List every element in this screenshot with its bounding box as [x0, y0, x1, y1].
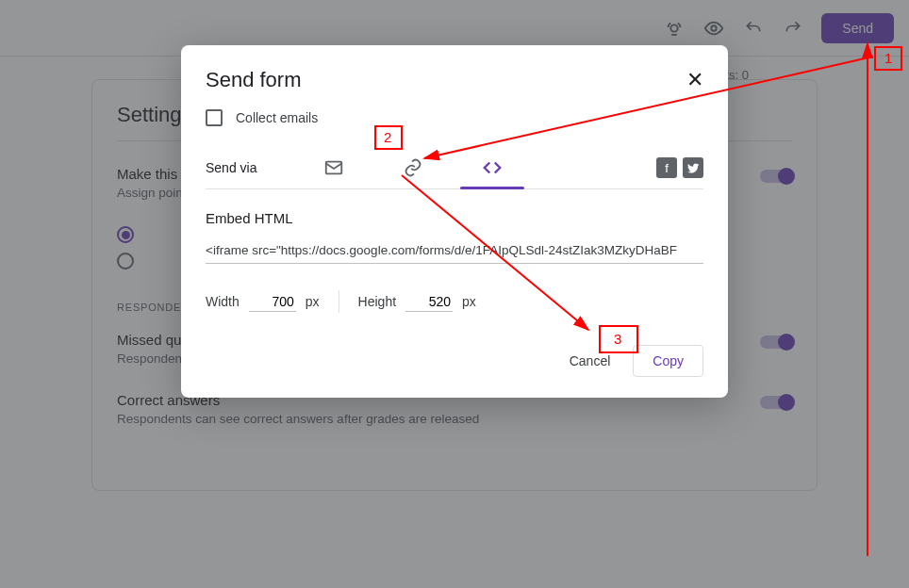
dialog-title: Send form: [206, 68, 302, 92]
twitter-icon[interactable]: [683, 157, 703, 178]
email-icon: [323, 157, 344, 178]
link-icon: [403, 157, 423, 178]
correct-toggle[interactable]: [760, 396, 792, 409]
width-label: Width: [206, 294, 240, 309]
redo-icon[interactable]: [782, 17, 804, 40]
embed-icon: [482, 157, 503, 178]
send-button[interactable]: Send: [821, 13, 894, 43]
svg-point-0: [671, 24, 678, 31]
width-input[interactable]: [249, 292, 296, 312]
tab-email[interactable]: [294, 147, 373, 188]
width-unit: px: [306, 294, 320, 309]
correct-desc: Respondents can see correct answers afte…: [117, 412, 479, 426]
tab-embed[interactable]: [453, 147, 532, 188]
svg-point-1: [712, 25, 718, 31]
height-input[interactable]: [405, 292, 453, 312]
facebook-icon[interactable]: f: [656, 157, 677, 178]
send-form-dialog: Send form ✕ Collect emails Send via f: [181, 45, 728, 398]
undo-icon[interactable]: [742, 17, 765, 40]
embed-code-input[interactable]: [206, 239, 703, 264]
height-label: Height: [358, 294, 396, 309]
release-radio-1[interactable]: [117, 226, 134, 243]
height-unit: px: [462, 294, 476, 309]
embed-html-label: Embed HTML: [206, 210, 703, 226]
copy-button[interactable]: Copy: [633, 345, 703, 377]
cancel-button[interactable]: Cancel: [556, 346, 624, 376]
close-icon[interactable]: ✕: [686, 68, 703, 92]
send-via-label: Send via: [206, 160, 256, 175]
checkbox-icon[interactable]: [206, 109, 223, 126]
quiz-toggle[interactable]: [760, 170, 792, 183]
missed-toggle[interactable]: [760, 335, 792, 349]
tab-link[interactable]: [373, 147, 453, 188]
collect-emails-row[interactable]: Collect emails: [206, 109, 703, 126]
collect-emails-label: Collect emails: [236, 110, 318, 125]
theme-icon[interactable]: [663, 17, 686, 40]
preview-icon[interactable]: [702, 17, 725, 40]
release-radio-2[interactable]: [117, 253, 134, 270]
